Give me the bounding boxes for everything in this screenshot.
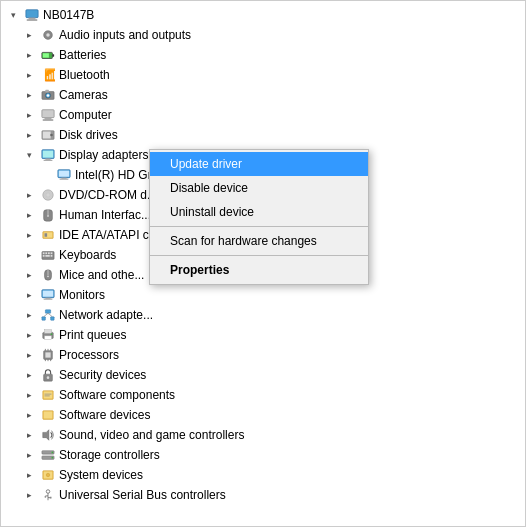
tree-item-security[interactable]: Security devices: [1, 365, 525, 385]
expand-bluetooth[interactable]: [21, 67, 37, 83]
expand-processors[interactable]: [21, 347, 37, 363]
tree-item-print[interactable]: Print queues: [1, 325, 525, 345]
expand-softcomp[interactable]: [21, 387, 37, 403]
svg-point-32: [47, 215, 49, 217]
svg-point-88: [45, 496, 47, 498]
tree-item-audio[interactable]: Audio inputs and outputs: [1, 25, 525, 45]
expand-root[interactable]: [5, 7, 21, 23]
disk-label: Disk drives: [59, 128, 118, 142]
svg-rect-35: [45, 233, 48, 237]
tree-item-monitors[interactable]: Monitors: [1, 285, 525, 305]
tree-item-processors[interactable]: Processors: [1, 345, 525, 365]
svg-rect-61: [45, 352, 50, 357]
svg-rect-14: [45, 118, 52, 120]
svg-rect-71: [44, 392, 53, 399]
tree-item-storage[interactable]: Storage controllers: [1, 445, 525, 465]
svg-rect-48: [43, 291, 54, 297]
tree-item-usb[interactable]: Universal Serial Bus controllers: [1, 485, 525, 505]
context-menu-item-uninstall[interactable]: Uninstall device: [150, 200, 368, 224]
svg-rect-41: [43, 255, 45, 257]
sysdev-label: System devices: [59, 468, 143, 482]
print-icon: [40, 327, 56, 343]
svg-rect-25: [61, 178, 66, 179]
svg-rect-0: [26, 10, 38, 18]
keyboard-icon: [40, 247, 56, 263]
tree-item-computer[interactable]: Computer: [1, 105, 525, 125]
ide-label: IDE ATA/ATAPI c...: [59, 228, 159, 242]
svg-rect-21: [45, 159, 50, 160]
expand-display[interactable]: [21, 147, 37, 163]
expand-security[interactable]: [21, 367, 37, 383]
storage-icon: [40, 447, 56, 463]
tree-item-bluetooth[interactable]: 📶 Bluetooth: [1, 65, 525, 85]
softcomp-label: Software components: [59, 388, 175, 402]
svg-rect-58: [45, 336, 52, 340]
root-label: NB0147B: [43, 8, 94, 22]
tree-root[interactable]: NB0147B: [1, 5, 525, 25]
svg-point-84: [46, 490, 50, 494]
ide-icon: [40, 227, 56, 243]
monitor-icon: [56, 167, 72, 183]
context-menu-item-disable[interactable]: Disable device: [150, 176, 368, 200]
human-label: Human Interfac...: [59, 208, 151, 222]
tree-item-cameras[interactable]: Cameras: [1, 85, 525, 105]
svg-rect-12: [45, 90, 49, 93]
processor-icon: [40, 347, 56, 363]
expand-network[interactable]: [21, 307, 37, 323]
svg-rect-42: [45, 255, 49, 257]
tree-item-softdev[interactable]: Software devices: [1, 405, 525, 425]
expand-mice[interactable]: [21, 267, 37, 283]
svg-point-4: [46, 33, 50, 37]
svg-rect-24: [59, 171, 70, 177]
usb-label: Universal Serial Bus controllers: [59, 488, 226, 502]
tree-item-batteries[interactable]: Batteries: [1, 45, 525, 65]
expand-usb[interactable]: [21, 487, 37, 503]
bluetooth-label: Bluetooth: [59, 68, 110, 82]
tree-item-sysdev[interactable]: System devices: [1, 465, 525, 485]
softdev-icon: [40, 407, 56, 423]
context-menu-item-properties[interactable]: Properties: [150, 258, 368, 282]
tree-item-sound[interactable]: Sound, video and game controllers: [1, 425, 525, 445]
expand-human[interactable]: [21, 207, 37, 223]
network-icon: [40, 307, 56, 323]
expand-storage[interactable]: [21, 447, 37, 463]
svg-point-59: [51, 333, 53, 335]
svg-rect-38: [45, 252, 47, 254]
expand-sysdev[interactable]: [21, 467, 37, 483]
svg-rect-75: [44, 412, 53, 419]
expand-monitors[interactable]: [21, 287, 37, 303]
expand-sound[interactable]: [21, 427, 37, 443]
expand-ide[interactable]: [21, 227, 37, 243]
expand-keyboards[interactable]: [21, 247, 37, 263]
svg-rect-20: [43, 151, 54, 158]
monitor2-icon: [40, 287, 56, 303]
expand-audio[interactable]: [21, 27, 37, 43]
batteries-label: Batteries: [59, 48, 106, 62]
svg-rect-89: [50, 497, 52, 499]
expand-disk[interactable]: [21, 127, 37, 143]
context-menu-item-scan[interactable]: Scan for hardware changes: [150, 229, 368, 253]
usb-icon: [40, 487, 56, 503]
dvd-icon: [40, 187, 56, 203]
tree-item-network[interactable]: Network adapte...: [1, 305, 525, 325]
svg-point-79: [52, 452, 54, 454]
context-menu-item-update[interactable]: Update driver: [150, 152, 368, 176]
svg-rect-7: [43, 53, 49, 57]
keyboards-label: Keyboards: [59, 248, 116, 262]
cameras-label: Cameras: [59, 88, 108, 102]
expand-computer[interactable]: [21, 107, 37, 123]
expand-cameras[interactable]: [21, 87, 37, 103]
expand-print[interactable]: [21, 327, 37, 343]
svg-point-18: [50, 134, 53, 137]
expand-softdev[interactable]: [21, 407, 37, 423]
battery-icon: [40, 47, 56, 63]
softcomp-icon: [40, 387, 56, 403]
svg-rect-57: [45, 330, 52, 334]
expand-dvd[interactable]: [21, 187, 37, 203]
sound-icon: [40, 427, 56, 443]
svg-rect-15: [43, 119, 54, 120]
expand-batteries[interactable]: [21, 47, 37, 63]
tree-item-softcomp[interactable]: Software components: [1, 385, 525, 405]
security-label: Security devices: [59, 368, 146, 382]
tree-item-disk[interactable]: Disk drives: [1, 125, 525, 145]
